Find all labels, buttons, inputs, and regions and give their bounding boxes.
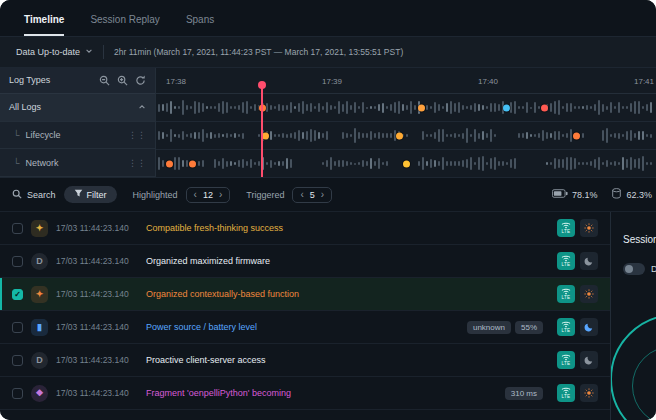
waveform-bar: [302, 101, 304, 115]
event-marker[interactable]: [166, 160, 173, 167]
log-message[interactable]: Power source / battery level: [146, 322, 455, 332]
waveform-bar: [570, 129, 572, 143]
event-marker[interactable]: [262, 132, 269, 139]
waveform-bar: [286, 158, 288, 170]
next-icon[interactable]: ›: [219, 190, 222, 200]
waveform-bar: [530, 107, 532, 109]
log-row[interactable]: D 17/03 11:44:23.140 Organized maximized…: [0, 245, 610, 278]
prev-icon[interactable]: ‹: [300, 190, 303, 200]
row-checkbox[interactable]: [12, 355, 23, 366]
waveform-bar: [614, 106, 616, 108]
waveform-lifecycle[interactable]: [156, 122, 656, 150]
sun-button[interactable]: [580, 219, 598, 237]
next-icon[interactable]: ›: [321, 190, 324, 200]
prev-icon[interactable]: ‹: [194, 190, 197, 200]
network-lte-button[interactable]: LTE: [557, 384, 575, 402]
network-lte-button[interactable]: LTE: [557, 285, 575, 303]
waveform-bar: [430, 159, 432, 169]
session-toggle[interactable]: [623, 263, 645, 275]
event-marker[interactable]: [396, 132, 403, 139]
log-message[interactable]: Proactive client-server access: [146, 355, 535, 365]
data-status-dropdown[interactable]: Data Up-to-date: [16, 47, 93, 57]
tab-session-replay[interactable]: Session Replay: [90, 2, 159, 36]
log-message[interactable]: Organized contextually-based function: [146, 289, 535, 299]
filter-button[interactable]: Filter: [64, 186, 117, 203]
time-axis: 17:3817:3917:4017:41: [156, 68, 656, 94]
event-marker[interactable]: [189, 160, 196, 167]
event-marker[interactable]: [573, 132, 580, 139]
waveform-bar: [182, 131, 184, 140]
collapse-icon[interactable]: [138, 103, 146, 111]
log-message[interactable]: Fragment 'oenpelliPython' becoming: [146, 388, 493, 398]
waveform-bar: [238, 105, 240, 110]
waveform-bar: [178, 106, 180, 109]
row-checkbox[interactable]: [12, 256, 23, 267]
waveform-bar: [402, 104, 404, 111]
network-lte-button[interactable]: LTE: [557, 351, 575, 369]
playhead[interactable]: [261, 86, 263, 177]
drag-handle-icon[interactable]: ⋮⋮: [128, 158, 146, 168]
waveform-bar: [202, 160, 204, 167]
network-lte-button[interactable]: LTE: [557, 219, 575, 237]
waveform-all-logs[interactable]: [156, 94, 656, 122]
tab-spans[interactable]: Spans: [186, 2, 214, 36]
event-marker[interactable]: [503, 104, 510, 111]
zoom-in-icon[interactable]: [117, 75, 128, 86]
moon-button[interactable]: [580, 318, 598, 336]
log-type-all-logs[interactable]: All Logs: [0, 94, 155, 122]
waveform-bar: [454, 161, 456, 167]
waveform-bar: [494, 134, 496, 137]
sun-button[interactable]: [580, 384, 598, 402]
log-row[interactable]: ✓ ✦ 17/03 11:44:23.140 Organized context…: [0, 278, 610, 311]
storage-meter: 62.3%: [611, 188, 652, 201]
waveform-bar: [542, 130, 544, 141]
waveform-bar: [218, 103, 220, 113]
waveform-bar: [214, 134, 216, 138]
moon-button[interactable]: [580, 252, 598, 270]
network-lte-button[interactable]: LTE: [557, 252, 575, 270]
row-checkbox[interactable]: [12, 223, 23, 234]
log-timestamp: 17/03 11:44:23.140: [56, 256, 138, 266]
waveform-bar: [242, 159, 244, 168]
log-row[interactable]: ❖ 17/03 11:44:23.140 Fragment 'oenpelliP…: [0, 377, 610, 410]
search-button[interactable]: Search: [12, 189, 56, 201]
tab-timeline[interactable]: Timeline: [24, 2, 64, 36]
zoom-out-icon[interactable]: [99, 75, 110, 86]
log-row[interactable]: ▮ 17/03 11:44:23.140 Power source / batt…: [0, 311, 610, 344]
waveform-bar: [390, 133, 392, 137]
waveform-bar: [566, 157, 568, 169]
event-marker[interactable]: [403, 160, 410, 167]
log-row[interactable]: D 17/03 11:44:23.140 Proactive client-se…: [0, 344, 610, 377]
log-type-network[interactable]: └ Network ⋮⋮: [0, 149, 155, 177]
waveform-bar: [490, 103, 492, 112]
log-message[interactable]: Compatible fresh-thinking success: [146, 223, 535, 233]
row-checkbox[interactable]: ✓: [12, 289, 23, 300]
row-checkbox[interactable]: [12, 322, 23, 333]
log-row[interactable]: ✦ 17/03 11:44:23.140 Compatible fresh-th…: [0, 212, 610, 245]
app-window: Timeline Session Replay Spans Data Up-to…: [0, 0, 656, 420]
triggered-label: Triggered: [246, 190, 284, 200]
waveform-bar: [546, 132, 548, 138]
waveform-bar: [434, 132, 436, 139]
waveform-bar: [242, 133, 244, 139]
sun-button[interactable]: [580, 285, 598, 303]
spark-icon: ✦: [31, 220, 48, 237]
waveform-bar: [250, 159, 252, 169]
waveform-bar: [238, 160, 240, 168]
network-lte-button[interactable]: LTE: [557, 318, 575, 336]
moon-button[interactable]: [580, 351, 598, 369]
waveform-bar: [198, 132, 200, 139]
drag-handle-icon[interactable]: ⋮⋮: [128, 130, 146, 140]
waveform-bar: [174, 157, 176, 171]
waveform-network[interactable]: [156, 150, 656, 177]
log-type-lifecycle[interactable]: └ Lifecycle ⋮⋮: [0, 122, 155, 150]
log-message[interactable]: Organized maximized firmware: [146, 256, 535, 266]
waveform-bar: [354, 102, 356, 114]
event-marker[interactable]: [418, 104, 425, 111]
waveform-bar: [418, 161, 420, 167]
row-checkbox[interactable]: [12, 388, 23, 399]
refresh-icon[interactable]: [135, 75, 146, 86]
event-marker[interactable]: [541, 104, 548, 111]
waveform-bar: [434, 160, 436, 168]
waveform-bar: [190, 133, 192, 138]
